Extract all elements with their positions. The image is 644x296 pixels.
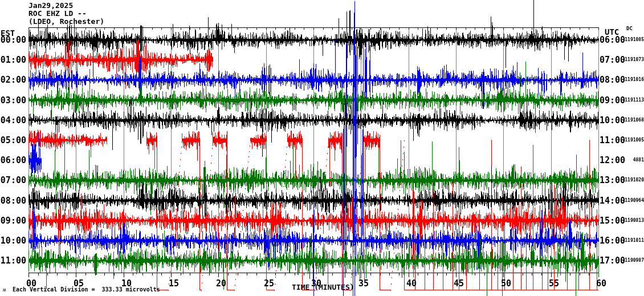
x-tick-label: 40 (405, 279, 418, 288)
est-time-label: 02:00 (0, 75, 26, 84)
dc-value: -1191073 (618, 57, 644, 63)
dc-value: -1191068 (618, 117, 644, 123)
est-time-label: 01:00 (0, 55, 26, 64)
x-tick-label: 60 (595, 279, 608, 288)
dc-value: -1191085 (618, 37, 644, 43)
x-tick-label: 20 (215, 279, 227, 288)
est-time-label: 11:00 (0, 256, 26, 265)
x-tick-label: 25 (263, 279, 275, 288)
est-time-label: 03:00 (0, 96, 26, 105)
x-tick-label: 55 (548, 279, 560, 288)
est-time-label: 09:00 (0, 216, 26, 225)
dc-value: -1191020 (618, 177, 644, 183)
scale-marker-icon: ʍ (3, 287, 6, 293)
location-title: (LDEO, Rochester) (28, 18, 104, 26)
est-time-label: 00:00 (0, 35, 26, 44)
dc-value: -1191005 (618, 137, 644, 143)
dc-value: -1191016 (618, 77, 644, 83)
scale-note: Each Vertical Division = 333.33 microvol… (13, 286, 160, 293)
est-time-label: 04:00 (0, 116, 26, 125)
x-tick-label: 35 (357, 279, 370, 288)
x-axis-title: TIME (MINUTES) (292, 283, 354, 291)
x-tick-label: 45 (453, 279, 465, 288)
est-time-label: 10:00 (0, 236, 26, 245)
x-tick-label: 50 (500, 279, 512, 288)
dc-value: -1190987 (618, 258, 644, 263)
dc-value: -1190964 (618, 198, 644, 204)
dc-value: 4881 (618, 157, 644, 163)
x-tick-label: 15 (168, 279, 180, 288)
station-title: ROC EHZ LD -- (28, 10, 87, 18)
est-time-label: 05:00 (0, 136, 26, 145)
dc-axis-header: DC (626, 25, 633, 33)
dc-value: -1191011 (618, 238, 644, 244)
date-title: Jan29,2025 (28, 2, 73, 10)
dc-value: -1191113 (618, 98, 644, 103)
webicorder-page: Jan29,2025 ROC EHZ LD -- (LDEO, Rocheste… (0, 0, 644, 296)
est-time-label: 08:00 (0, 196, 26, 205)
est-time-label: 06:00 (0, 156, 26, 165)
seismogram-canvas (0, 0, 644, 296)
dc-value: -1190813 (618, 218, 644, 224)
est-time-label: 07:00 (0, 176, 26, 185)
